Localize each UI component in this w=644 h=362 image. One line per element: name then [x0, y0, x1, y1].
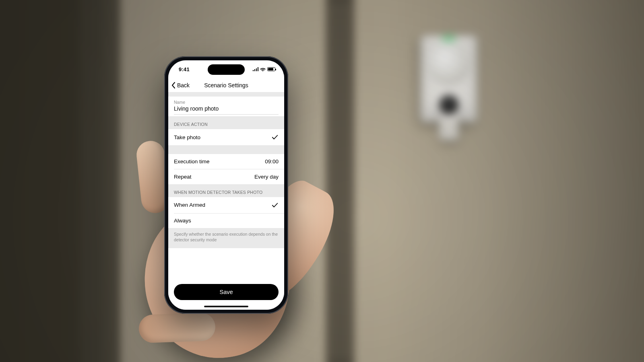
check-icon	[271, 134, 279, 141]
door-frame	[326, 0, 354, 362]
phone-frame: 9:41 Back Scenario Settings Name	[164, 56, 288, 314]
option-always[interactable]: Always	[168, 213, 284, 228]
repeat-row[interactable]: Repeat Every day	[168, 169, 284, 184]
phone-screen: 9:41 Back Scenario Settings Name	[168, 60, 284, 310]
camera-lens-icon	[440, 95, 458, 114]
check-icon	[271, 202, 279, 209]
execution-time-row[interactable]: Execution time 09:00	[168, 154, 284, 169]
action-label: Take photo	[174, 134, 200, 140]
scenario-name-input[interactable]	[174, 105, 279, 115]
repeat-value: Every day	[254, 174, 279, 180]
cellular-icon	[253, 67, 259, 71]
pir-dome-icon	[428, 43, 470, 84]
nav-header: Back Scenario Settings	[168, 78, 284, 93]
clock: 9:41	[179, 66, 190, 72]
motion-detector-device	[421, 35, 477, 122]
dynamic-island	[208, 64, 245, 75]
glass-panel	[0, 0, 121, 362]
schedule-card: Execution time 09:00 Repeat Every day	[168, 154, 284, 184]
home-indicator[interactable]	[204, 306, 248, 307]
battery-icon	[267, 67, 275, 71]
option-label: When Armed	[174, 202, 205, 208]
photo-mode-helper: Specify whether the scenario execution d…	[168, 228, 284, 243]
photo-mode-header: WHEN MOTION DETECTOR TAKES PHOTO	[168, 184, 284, 197]
name-label: Name	[174, 100, 279, 105]
background-scene: 9:41 Back Scenario Settings Name	[0, 0, 644, 362]
save-button[interactable]: Save	[174, 284, 279, 300]
page-title: Scenario Settings	[168, 82, 284, 88]
action-take-photo[interactable]: Take photo	[168, 129, 284, 145]
option-label: Always	[174, 218, 191, 224]
name-card: Name	[168, 97, 284, 116]
device-action-card: Take photo	[168, 129, 284, 145]
exec-time-value: 09:00	[265, 158, 279, 165]
wifi-icon	[260, 67, 266, 72]
photo-mode-card: When Armed Always	[168, 197, 284, 228]
option-when-armed[interactable]: When Armed	[168, 197, 284, 213]
device-action-header: DEVICE ACTION	[168, 116, 284, 129]
repeat-label: Repeat	[174, 174, 192, 180]
content: Name DEVICE ACTION Take photo Execution …	[168, 93, 284, 310]
exec-time-label: Execution time	[174, 158, 210, 165]
status-led-icon	[443, 37, 455, 40]
